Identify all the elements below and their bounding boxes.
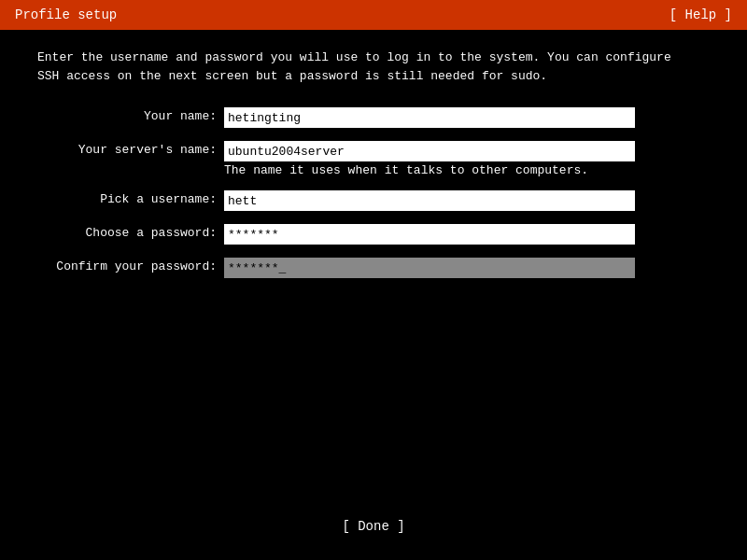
password-input[interactable] — [224, 224, 635, 245]
your-name-row: Your name: — [37, 107, 710, 128]
confirm-password-input-area — [224, 258, 710, 278]
password-input-area — [224, 224, 710, 245]
username-row: Pick a username: — [37, 190, 710, 211]
footer: [ Done ] — [0, 508, 747, 545]
your-name-input-area — [224, 107, 710, 128]
done-button[interactable]: [ Done ] — [342, 519, 404, 534]
main-content: Enter the username and password you will… — [0, 30, 747, 508]
server-name-hint: The name it uses when it talks to other … — [224, 163, 635, 177]
form-area: Your name: Your server's name: The name … — [37, 107, 710, 278]
username-input[interactable] — [224, 190, 635, 211]
header-help[interactable]: [ Help ] — [669, 7, 732, 22]
confirm-password-label: Confirm your password: — [37, 258, 224, 273]
your-name-input[interactable] — [224, 107, 635, 128]
username-input-area — [224, 190, 710, 211]
username-label: Pick a username: — [37, 190, 224, 206]
server-name-input[interactable] — [224, 141, 635, 161]
confirm-password-row: Confirm your password: — [37, 258, 710, 278]
server-name-row: Your server's name: The name it uses whe… — [37, 141, 710, 177]
app-container: Profile setup [ Help ] Enter the usernam… — [0, 0, 747, 560]
your-name-label: Your name: — [37, 107, 224, 123]
password-label: Choose a password: — [37, 224, 224, 240]
description-text: Enter the username and password you will… — [37, 49, 672, 85]
header-bar: Profile setup [ Help ] — [0, 0, 747, 30]
confirm-password-input[interactable] — [224, 258, 635, 278]
server-name-label: Your server's name: — [37, 141, 224, 157]
header-title: Profile setup — [15, 7, 117, 22]
server-name-input-area: The name it uses when it talks to other … — [224, 141, 710, 177]
password-row: Choose a password: — [37, 224, 710, 245]
